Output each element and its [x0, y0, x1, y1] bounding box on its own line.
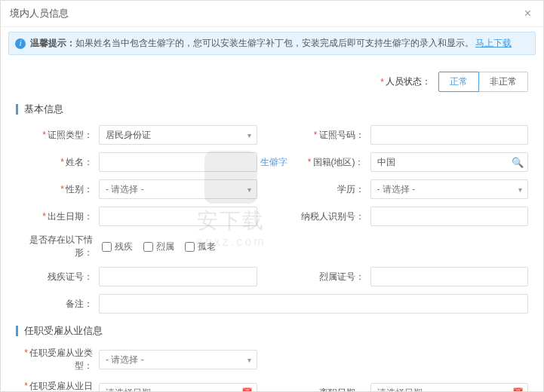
leavedate-input[interactable] — [370, 383, 529, 391]
gender-select[interactable] — [99, 179, 257, 199]
section-employ-title: 任职受雇从业信息 — [16, 324, 528, 338]
employdate-label: 任职受雇从业日期： — [29, 381, 93, 391]
name-input[interactable] — [99, 152, 257, 172]
info-icon: i — [15, 38, 26, 49]
required-star: * — [380, 77, 384, 87]
idtype-select[interactable] — [99, 125, 257, 145]
status-abnormal-button[interactable]: 非正常 — [479, 72, 528, 92]
status-label: 人员状态： — [386, 75, 431, 88]
education-label: 学历： — [337, 184, 364, 194]
taxpayer-label: 纳税人识别号： — [301, 211, 364, 222]
status-normal-button[interactable]: 正常 — [438, 72, 479, 92]
condition-label: 是否存在以下情形： — [29, 234, 93, 258]
birthdate-label: 出生日期： — [48, 211, 93, 222]
section-basic-title: 基本信息 — [16, 103, 528, 116]
idtype-label: 证照类型： — [48, 130, 93, 140]
nationality-input[interactable] — [370, 152, 529, 172]
education-select[interactable] — [370, 179, 529, 199]
birthdate-input[interactable] — [99, 207, 257, 226]
remark-label: 备注： — [66, 299, 93, 309]
idnumber-input[interactable] — [370, 125, 529, 145]
remark-input[interactable] — [99, 294, 528, 314]
nationality-label: 国籍(地区)： — [313, 157, 364, 167]
employdate-input[interactable] — [99, 383, 257, 391]
rare-char-link[interactable]: 生僻字 — [260, 156, 287, 169]
taxpayer-input[interactable] — [370, 207, 529, 226]
gender-label: 性别： — [66, 184, 93, 194]
disability-cert-input[interactable] — [99, 267, 257, 286]
checkbox-elderly[interactable]: 孤老 — [185, 240, 216, 253]
martyr-cert-input[interactable] — [370, 267, 529, 286]
download-link[interactable]: 马上下载 — [475, 38, 512, 48]
employtype-select[interactable] — [99, 350, 257, 369]
tip-bar: i 温馨提示：如果姓名当中包含生僻字的，您可以安装生僻字补丁包，安装完成后即可支… — [8, 32, 536, 55]
idnumber-label: 证照号码： — [319, 130, 364, 140]
disability-cert-label: 残疾证号： — [48, 271, 93, 282]
martyr-cert-label: 烈属证号： — [319, 271, 364, 282]
close-icon[interactable]: × — [521, 7, 534, 20]
name-label: 姓名： — [66, 157, 93, 167]
tip-text: 如果姓名当中包含生僻字的，您可以安装生僻字补丁包，安装完成后即可支持生僻字的录入… — [75, 38, 474, 48]
tip-label: 温馨提示： — [30, 38, 75, 48]
checkbox-martyr[interactable]: 烈属 — [143, 240, 174, 253]
dialog-title: 境内人员信息 — [10, 7, 69, 20]
employtype-label: 任职受雇从业类型： — [29, 348, 93, 371]
leavedate-label: 离职日期： — [319, 387, 364, 392]
checkbox-disability[interactable]: 残疾 — [102, 240, 133, 253]
